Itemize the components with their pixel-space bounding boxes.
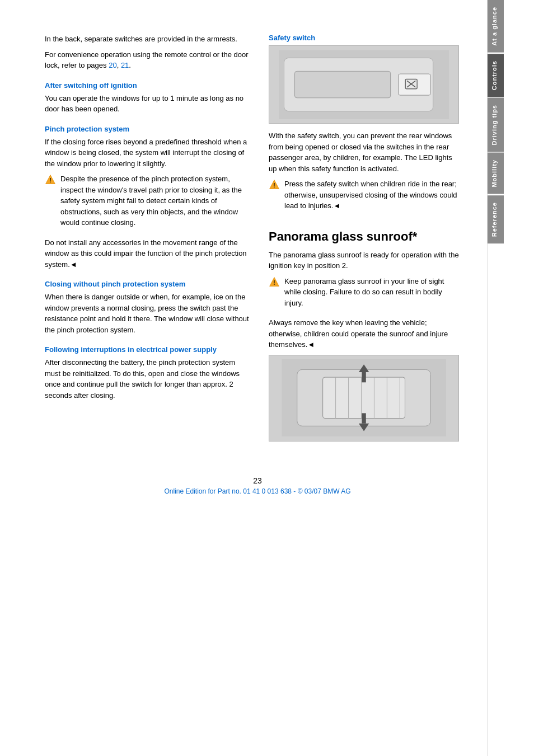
sidebar: At a glance Controls Driving tips Mobili…: [487, 0, 504, 756]
link-page21[interactable]: 21: [121, 61, 129, 69]
link-page20[interactable]: 20: [109, 61, 116, 69]
safety-switch-heading: Safety switch: [269, 34, 459, 42]
warning-icon-pinch: !: [45, 174, 56, 185]
safety-warning-text: Press the safety switch when children ri…: [284, 179, 459, 212]
pinch-heading: Pinch protection system: [45, 125, 252, 133]
panorama-text-2: Always remove the key when leaving the v…: [269, 317, 459, 350]
intro-text-1: In the back, separate switches are provi…: [45, 34, 252, 45]
page-footer: 23 Online Edition for Part no. 01 41 0 0…: [45, 471, 470, 495]
after-ignition-text: You can operate the windows for up to 1 …: [45, 93, 252, 115]
svg-rect-3: [294, 71, 390, 98]
main-content: In the back, separate switches are provi…: [0, 0, 487, 756]
svg-rect-12: [323, 377, 405, 418]
panorama-heading: Panorama glass sunroof*: [269, 229, 459, 244]
panorama-warning-block: ! Keep panorama glass sunroof in your li…: [269, 276, 459, 313]
svg-text:!: !: [273, 280, 275, 286]
after-ignition-heading: After switching off ignition: [45, 81, 252, 90]
page-container: In the back, separate switches are provi…: [0, 0, 534, 756]
safety-switch-image: [269, 45, 459, 124]
following-heading: Following interruptions in electrical po…: [45, 345, 252, 354]
safety-switch-text: With the safety switch, you can prevent …: [269, 130, 459, 174]
closing-text: When there is danger outside or when, fo…: [45, 292, 252, 335]
right-column: Safety switch: [269, 34, 459, 448]
intro-text-2: For convenience operation using the remo…: [45, 49, 252, 71]
sidebar-tab-reference[interactable]: Reference: [488, 195, 504, 243]
pinch-warning-block: ! Despite the presence of the pinch prot…: [45, 173, 252, 233]
sunroof-image: [269, 355, 459, 442]
panorama-text-1: The panorama glass sunroof is ready for …: [269, 250, 459, 271]
sidebar-tab-controls[interactable]: Controls: [488, 54, 504, 97]
svg-text:!: !: [273, 182, 275, 189]
sidebar-tab-driving-tips[interactable]: Driving tips: [488, 98, 504, 152]
page-number: 23: [45, 476, 470, 485]
closing-heading: Closing without pinch protection system: [45, 280, 252, 288]
svg-rect-22: [362, 414, 366, 424]
safety-warning-block: ! Press the safety switch when children …: [269, 179, 459, 216]
pinch-warning-text: Despite the presence of the pinch protec…: [60, 173, 252, 228]
edition-text: Online Edition for Part no. 01 41 0 013 …: [164, 487, 350, 495]
svg-rect-20: [362, 372, 366, 382]
left-column: In the back, separate switches are provi…: [45, 34, 252, 448]
following-text: After disconnecting the battery, the pin…: [45, 357, 252, 401]
two-column-layout: In the back, separate switches are provi…: [45, 34, 470, 448]
warning-icon-safety: !: [269, 179, 280, 190]
sidebar-tab-mobility[interactable]: Mobility: [488, 153, 504, 194]
panorama-warning-text: Keep panorama glass sunroof in your line…: [284, 276, 459, 309]
warning-icon-panorama: !: [269, 276, 280, 288]
pinch-text-1: If the closing force rises beyond a pred…: [45, 137, 252, 170]
svg-text:!: !: [49, 177, 51, 184]
pinch-text-2: Do not install any accessories in the mo…: [45, 237, 252, 270]
sidebar-tab-at-a-glance[interactable]: At a glance: [488, 0, 504, 53]
